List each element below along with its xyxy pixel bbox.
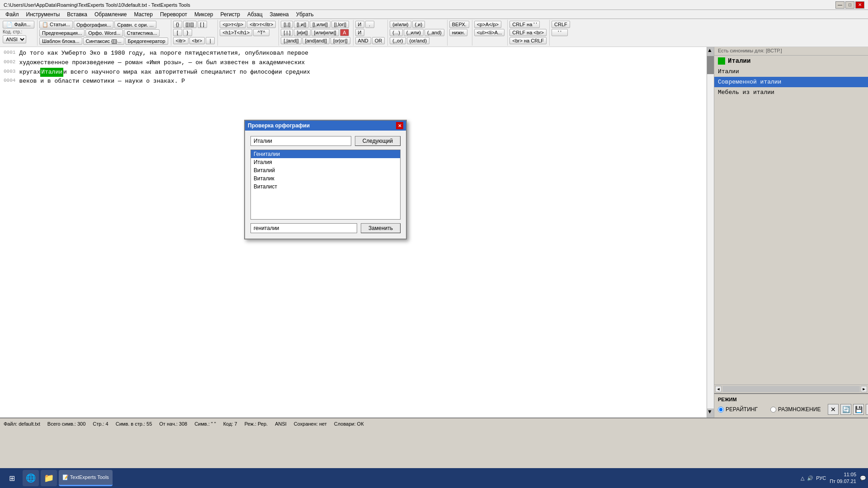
taskbar-textexperts[interactable]: 📝 TextExperts Tools xyxy=(59,470,113,486)
master8[interactable]: [,|and|] xyxy=(281,37,301,44)
scrollbar-up-arrow[interactable]: ▲ xyxy=(707,47,714,56)
suggestion-item-5[interactable]: Виталист xyxy=(251,183,400,191)
replace-crlf-space[interactable]: CRLF на ' ' xyxy=(509,21,539,28)
insert-dbl-bracket[interactable]: [[||]] xyxy=(183,21,197,28)
bredo-button[interactable]: Бредогенератор xyxy=(125,38,168,45)
mixer4[interactable]: (,,или) xyxy=(404,29,424,36)
menu-wrap[interactable]: Обрамление xyxy=(91,10,130,19)
reverse-and[interactable]: AND xyxy=(355,37,371,44)
mixer5[interactable]: (,,and) xyxy=(425,29,444,36)
replace-input[interactable] xyxy=(250,223,357,233)
suggestion-item-3[interactable]: Виталий xyxy=(251,166,400,174)
taskbar-explorer[interactable]: 📁 xyxy=(41,470,57,486)
reverse2[interactable]: . xyxy=(365,21,374,28)
scrollbar-down-arrow[interactable]: ▼ xyxy=(707,408,714,418)
remove-space[interactable]: ' ' xyxy=(552,29,568,36)
mixer6[interactable]: (,,or) xyxy=(390,37,406,44)
master-a[interactable]: A xyxy=(340,29,349,36)
mixer3[interactable]: (...) xyxy=(390,29,403,36)
stats-button[interactable]: Статистика... xyxy=(124,29,160,37)
taskbar-chrome[interactable]: 🌐 xyxy=(23,470,39,486)
reverse1[interactable]: И xyxy=(355,21,364,28)
replace-crlf-br[interactable]: CRLF на <br> xyxy=(509,29,547,36)
master2[interactable]: [|,и|] xyxy=(294,21,309,28)
menu-insert[interactable]: Вставка xyxy=(63,10,91,19)
menu-register[interactable]: Регистр xyxy=(217,10,244,19)
menu-reverse[interactable]: Переворот xyxy=(156,10,191,19)
compare-button[interactable]: Сравн. с ори. ... xyxy=(114,21,156,28)
close-button[interactable]: ✕ xyxy=(855,1,864,9)
hscroll-left[interactable]: ◄ xyxy=(715,386,722,392)
remove-crlf[interactable]: CRLF xyxy=(552,21,570,28)
mode-rewriting[interactable]: РЕРАЙТИНГ xyxy=(718,406,758,413)
insert-open-bracket[interactable]: [ xyxy=(173,29,182,36)
mode-close-btn[interactable]: ✕ xyxy=(828,404,839,415)
mode-save-btn[interactable]: 💾 xyxy=(853,404,864,415)
reverse3[interactable]: И xyxy=(355,29,364,36)
scrollbar-thumb[interactable] xyxy=(707,56,714,74)
mixer2[interactable]: (,и) xyxy=(412,21,425,28)
mode-multiply[interactable]: РАЗМНОЖЕНИЕ xyxy=(770,406,821,413)
register-upper[interactable]: ВЕРХ. xyxy=(449,21,469,28)
replace-br-crlf[interactable]: <br> на CRLF xyxy=(509,37,547,44)
mode-multiply-radio[interactable] xyxy=(770,407,776,413)
mode-menu-btn[interactable]: ☰ xyxy=(866,404,868,415)
reverse-or[interactable]: OR xyxy=(372,37,385,44)
menu-tools[interactable]: Инструменты xyxy=(23,10,64,19)
codepage-select[interactable]: ANSI xyxy=(3,35,26,43)
dialog-close-button[interactable]: ✕ xyxy=(396,122,403,129)
editor-scrollbar[interactable]: ▲ ▼ xyxy=(707,47,714,418)
insert-pipe[interactable]: | xyxy=(206,37,215,44)
wrap-caret[interactable]: ^T^ xyxy=(253,29,269,36)
menu-remove[interactable]: Убрать xyxy=(292,10,317,19)
suggestions-list[interactable]: Гениталии Италия Виталий Виталик Виталис… xyxy=(250,150,401,220)
suggestion-item-1[interactable]: Гениталии xyxy=(251,150,400,158)
menu-paragraph[interactable]: Абзац xyxy=(244,10,266,19)
synonym-item-3[interactable]: Мебель из италии xyxy=(714,87,868,98)
insert-curly[interactable]: {} xyxy=(173,21,182,28)
master1[interactable]: [|,|] xyxy=(281,21,293,28)
wrap-h1[interactable]: <h1>T</h1> xyxy=(220,29,252,36)
spell-check-input[interactable] xyxy=(250,136,351,146)
master7[interactable]: [или|или|] xyxy=(311,29,339,36)
insert-itr[interactable]: <itr> xyxy=(173,37,189,44)
master4[interactable]: [|,lor|] xyxy=(331,21,349,28)
start-button[interactable]: ⊞ xyxy=(2,469,22,487)
hscroll-right[interactable]: ► xyxy=(861,386,867,392)
tray-up-arrow[interactable]: △ xyxy=(801,475,804,481)
file-button[interactable]: 📄 Файл... xyxy=(3,21,34,28)
syntax-button[interactable]: Синтаксис {[]}... xyxy=(83,38,124,45)
notification-icon[interactable]: 💬 xyxy=(860,475,866,481)
insert-bracket-space[interactable]: [ ] xyxy=(198,21,207,28)
tray-sound-icon[interactable]: 🔊 xyxy=(807,475,813,481)
suggestion-item-4[interactable]: Виталик xyxy=(251,174,400,183)
maximize-button[interactable]: □ xyxy=(845,1,854,9)
register-lower[interactable]: нижн. xyxy=(449,29,468,36)
block-template-button[interactable]: Шаблон блока... xyxy=(39,38,82,45)
master9[interactable]: [and|and|] xyxy=(302,37,330,44)
para-p[interactable]: <p>A</p> xyxy=(474,21,501,28)
mode-rewriting-radio[interactable] xyxy=(718,407,724,413)
menu-master[interactable]: Мастер xyxy=(130,10,156,19)
hscroll-track[interactable] xyxy=(722,386,860,392)
synonym-item-2[interactable]: Современной италии xyxy=(714,77,868,87)
synonym-item-1[interactable]: Италии xyxy=(714,66,868,77)
menu-mixer[interactable]: Миксер xyxy=(191,10,217,19)
replace-button[interactable]: Заменить xyxy=(361,223,401,233)
master3[interactable]: [|,или|] xyxy=(310,21,330,28)
minimize-button[interactable]: — xyxy=(835,1,844,9)
wrap-p[interactable]: <p>т</p> xyxy=(220,21,246,28)
tray-lang[interactable]: РУС xyxy=(816,475,826,481)
mixer1[interactable]: (и/или) xyxy=(390,21,411,28)
mode-refresh-btn[interactable]: 🔄 xyxy=(840,404,851,415)
master5[interactable]: [.|.] xyxy=(281,29,293,36)
wrap-itr[interactable]: <itr>т</itr> xyxy=(247,21,276,28)
articles-button[interactable]: 📋 Статьи... xyxy=(39,21,73,28)
master10[interactable]: [or|or|] xyxy=(330,37,350,44)
suggestion-item-2[interactable]: Италия xyxy=(251,158,400,166)
pregenerate-button[interactable]: Предгенерация... xyxy=(39,29,85,37)
para-ul[interactable]: <ul><li>A... xyxy=(474,29,505,36)
menu-replace[interactable]: Замена xyxy=(266,10,292,19)
insert-br[interactable]: <br> xyxy=(189,37,205,44)
menu-file[interactable]: Файл xyxy=(2,10,23,19)
